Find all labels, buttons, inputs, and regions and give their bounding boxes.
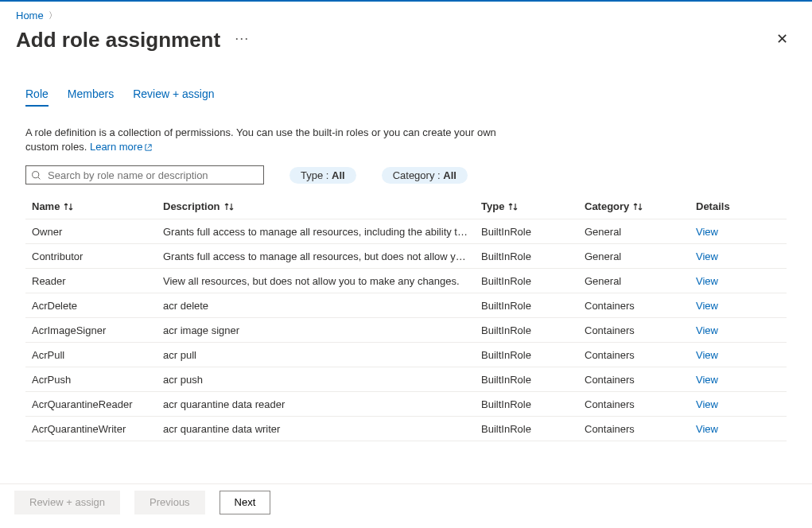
wizard-tabs: Role Members Review + assign: [25, 83, 787, 107]
cell-description: acr push: [163, 374, 481, 386]
cell-description: acr quarantine data reader: [163, 398, 481, 410]
cell-name: AcrQuarantineWriter: [32, 423, 163, 435]
intro-text: A role definition is a collection of per…: [25, 126, 519, 154]
sort-icon: [632, 202, 643, 212]
table-row[interactable]: AcrDeleteacr deleteBuiltInRoleContainers…: [25, 293, 787, 318]
tab-role[interactable]: Role: [25, 83, 49, 107]
external-link-icon: [144, 143, 153, 152]
cell-type: BuiltInRole: [481, 324, 585, 336]
cell-name: AcrPull: [32, 349, 163, 361]
filter-category[interactable]: Category : All: [382, 167, 468, 184]
column-description[interactable]: Description: [163, 200, 481, 212]
chevron-right-icon: 〉: [49, 10, 57, 21]
cell-type: BuiltInRole: [481, 300, 585, 312]
cell-type: BuiltInRole: [481, 349, 585, 361]
view-link[interactable]: View: [696, 349, 718, 361]
filter-type[interactable]: Type : All: [289, 167, 356, 184]
table-row[interactable]: OwnerGrants full access to manage all re…: [25, 219, 787, 244]
page-title: Add role assignment: [16, 28, 220, 52]
svg-point-0: [33, 171, 39, 177]
sort-icon: [507, 202, 519, 212]
cell-category: Containers: [585, 300, 696, 312]
cell-category: Containers: [585, 423, 696, 435]
tab-review-assign[interactable]: Review + assign: [133, 83, 214, 107]
cell-type: BuiltInRole: [481, 374, 585, 386]
view-link[interactable]: View: [696, 324, 718, 336]
cell-category: Containers: [585, 349, 696, 361]
cell-description: Grants full access to manage all resourc…: [163, 226, 481, 238]
cell-name: AcrQuarantineReader: [32, 398, 163, 410]
table-row[interactable]: AcrQuarantineWriteracr quarantine data w…: [25, 417, 787, 441]
table-row[interactable]: AcrImageSigneracr image signerBuiltInRol…: [25, 318, 787, 343]
cell-category: Containers: [585, 324, 696, 336]
more-actions-button[interactable]: ···: [230, 27, 254, 50]
cell-type: BuiltInRole: [481, 398, 585, 410]
table-row[interactable]: AcrPushacr pushBuiltInRoleContainersView: [25, 367, 787, 392]
cell-name: AcrDelete: [32, 300, 163, 312]
column-type[interactable]: Type: [481, 200, 585, 212]
page-header: Add role assignment ··· ✕: [0, 21, 812, 52]
cell-name: Owner: [32, 226, 163, 238]
cell-name: AcrPush: [32, 374, 163, 386]
column-name[interactable]: Name: [32, 200, 163, 212]
view-link[interactable]: View: [696, 423, 718, 435]
view-link[interactable]: View: [696, 398, 718, 410]
previous-button: Previous: [134, 491, 205, 514]
sort-icon: [63, 202, 74, 212]
next-button[interactable]: Next: [220, 491, 271, 514]
table-header: Name Description Type Category Details: [25, 194, 787, 219]
breadcrumb-home[interactable]: Home: [16, 10, 44, 21]
cell-description: View all resources, but does not allow y…: [163, 275, 481, 287]
cell-description: Grants full access to manage all resourc…: [163, 250, 481, 262]
cell-category: Containers: [585, 374, 696, 386]
view-link[interactable]: View: [696, 250, 718, 262]
view-link[interactable]: View: [696, 226, 718, 238]
learn-more-link[interactable]: Learn more: [90, 140, 153, 154]
cell-type: BuiltInRole: [481, 275, 585, 287]
close-button[interactable]: ✕: [768, 25, 796, 52]
table-row[interactable]: ContributorGrants full access to manage …: [25, 244, 787, 269]
cell-category: General: [585, 275, 696, 287]
cell-name: AcrImageSigner: [32, 324, 163, 336]
cell-name: Reader: [32, 275, 163, 287]
cell-description: acr pull: [163, 349, 481, 361]
roles-table: Name Description Type Category Details O…: [25, 194, 787, 441]
cell-description: acr image signer: [163, 324, 481, 336]
review-assign-button: Review + assign: [14, 491, 120, 514]
tab-members[interactable]: Members: [68, 83, 114, 107]
table-row[interactable]: AcrPullacr pullBuiltInRoleContainersView: [25, 343, 787, 367]
search-input[interactable]: [46, 169, 258, 182]
main-panel: Role Members Review + assign A role defi…: [0, 52, 812, 447]
cell-type: BuiltInRole: [481, 250, 585, 262]
column-details: Details: [696, 200, 775, 212]
cell-category: Containers: [585, 398, 696, 410]
cell-type: BuiltInRole: [481, 226, 585, 238]
sort-icon: [223, 202, 235, 212]
cell-name: Contributor: [32, 250, 163, 262]
search-input-wrapper[interactable]: [25, 165, 264, 184]
view-link[interactable]: View: [696, 275, 718, 287]
filter-bar: Type : All Category : All: [25, 165, 787, 184]
wizard-footer: Review + assign Previous Next: [0, 483, 812, 528]
table-row[interactable]: AcrQuarantineReaderacr quarantine data r…: [25, 392, 787, 417]
column-category[interactable]: Category: [585, 200, 696, 212]
search-icon: [31, 170, 41, 181]
cell-category: General: [585, 226, 696, 238]
cell-category: General: [585, 250, 696, 262]
cell-type: BuiltInRole: [481, 423, 585, 435]
breadcrumb: Home 〉: [0, 2, 812, 21]
view-link[interactable]: View: [696, 374, 718, 386]
cell-description: acr delete: [163, 300, 481, 312]
view-link[interactable]: View: [696, 300, 718, 312]
table-row[interactable]: ReaderView all resources, but does not a…: [25, 269, 787, 293]
cell-description: acr quarantine data writer: [163, 423, 481, 435]
